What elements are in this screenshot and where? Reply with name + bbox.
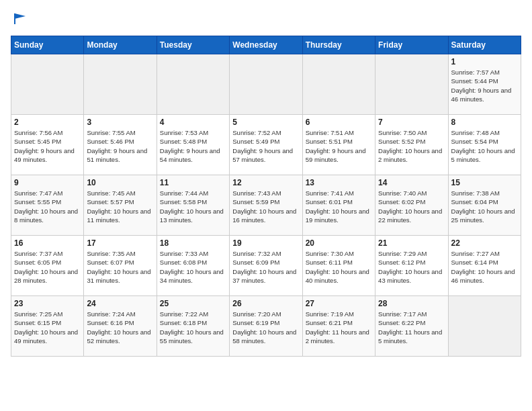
day-info: Sunrise: 7:57 AMSunset: 5:44 PMDaylight:… bbox=[451, 68, 518, 103]
calendar-week-row: 2Sunrise: 7:56 AMSunset: 5:45 PMDaylight… bbox=[11, 115, 521, 175]
day-info: Sunrise: 7:53 AMSunset: 5:48 PMDaylight:… bbox=[160, 128, 226, 164]
day-info: Sunrise: 7:32 AMSunset: 6:09 PMDaylight:… bbox=[232, 249, 299, 285]
day-info: Sunrise: 7:22 AMSunset: 6:18 PMDaylight:… bbox=[160, 310, 226, 345]
day-info: Sunrise: 7:50 AMSunset: 5:52 PMDaylight:… bbox=[378, 128, 445, 164]
calendar-cell: 3Sunrise: 7:55 AMSunset: 5:46 PMDaylight… bbox=[84, 115, 157, 175]
day-number: 5 bbox=[232, 118, 299, 127]
day-number: 24 bbox=[87, 299, 153, 308]
calendar-cell: 23Sunrise: 7:25 AMSunset: 6:15 PMDayligh… bbox=[11, 296, 84, 357]
day-number: 28 bbox=[378, 299, 445, 308]
day-number: 23 bbox=[14, 299, 81, 308]
calendar-cell: 17Sunrise: 7:35 AMSunset: 6:07 PMDayligh… bbox=[84, 236, 157, 296]
calendar-table: SundayMondayTuesdayWednesdayThursdayFrid… bbox=[11, 36, 521, 357]
day-info: Sunrise: 7:35 AMSunset: 6:07 PMDaylight:… bbox=[87, 249, 153, 285]
day-info: Sunrise: 7:41 AMSunset: 6:01 PMDaylight:… bbox=[306, 189, 372, 224]
calendar-cell bbox=[11, 54, 84, 115]
header-monday: Monday bbox=[84, 36, 157, 54]
calendar-week-row: 9Sunrise: 7:47 AMSunset: 5:55 PMDaylight… bbox=[11, 175, 521, 236]
day-number: 9 bbox=[14, 178, 81, 187]
calendar-cell: 10Sunrise: 7:45 AMSunset: 5:57 PMDayligh… bbox=[84, 175, 157, 236]
day-info: Sunrise: 7:55 AMSunset: 5:46 PMDaylight:… bbox=[87, 128, 153, 164]
calendar-cell: 4Sunrise: 7:53 AMSunset: 5:48 PMDaylight… bbox=[157, 115, 229, 175]
calendar-cell: 26Sunrise: 7:20 AMSunset: 6:19 PMDayligh… bbox=[230, 296, 302, 357]
calendar-cell: 12Sunrise: 7:43 AMSunset: 5:59 PMDayligh… bbox=[230, 175, 302, 236]
day-number: 21 bbox=[378, 238, 445, 248]
calendar-cell: 19Sunrise: 7:32 AMSunset: 6:09 PMDayligh… bbox=[230, 236, 302, 296]
page-header bbox=[11, 11, 521, 30]
svg-marker-0 bbox=[15, 13, 26, 19]
calendar-header-row: SundayMondayTuesdayWednesdayThursdayFrid… bbox=[11, 36, 521, 54]
day-info: Sunrise: 7:51 AMSunset: 5:51 PMDaylight:… bbox=[306, 128, 372, 164]
calendar-cell: 13Sunrise: 7:41 AMSunset: 6:01 PMDayligh… bbox=[302, 175, 375, 236]
day-number: 22 bbox=[451, 238, 518, 248]
day-number: 11 bbox=[160, 178, 226, 187]
day-info: Sunrise: 7:24 AMSunset: 6:16 PMDaylight:… bbox=[87, 310, 153, 345]
day-number: 15 bbox=[451, 178, 518, 187]
day-info: Sunrise: 7:25 AMSunset: 6:15 PMDaylight:… bbox=[14, 310, 81, 345]
calendar-cell: 8Sunrise: 7:48 AMSunset: 5:54 PMDaylight… bbox=[448, 115, 521, 175]
day-number: 17 bbox=[87, 238, 153, 248]
header-friday: Friday bbox=[375, 36, 448, 54]
day-info: Sunrise: 7:37 AMSunset: 6:05 PMDaylight:… bbox=[14, 249, 81, 285]
calendar-cell: 24Sunrise: 7:24 AMSunset: 6:16 PMDayligh… bbox=[84, 296, 157, 357]
logo-flag-icon bbox=[12, 11, 28, 27]
calendar-cell: 28Sunrise: 7:17 AMSunset: 6:22 PMDayligh… bbox=[375, 296, 448, 357]
calendar-cell bbox=[375, 54, 448, 115]
calendar-week-row: 23Sunrise: 7:25 AMSunset: 6:15 PMDayligh… bbox=[11, 296, 521, 357]
day-info: Sunrise: 7:44 AMSunset: 5:58 PMDaylight:… bbox=[160, 189, 226, 224]
calendar-cell: 16Sunrise: 7:37 AMSunset: 6:05 PMDayligh… bbox=[11, 236, 84, 296]
day-info: Sunrise: 7:30 AMSunset: 6:11 PMDaylight:… bbox=[306, 249, 372, 285]
day-number: 19 bbox=[232, 238, 299, 248]
calendar-cell: 27Sunrise: 7:19 AMSunset: 6:21 PMDayligh… bbox=[302, 296, 375, 357]
calendar-week-row: 16Sunrise: 7:37 AMSunset: 6:05 PMDayligh… bbox=[11, 236, 521, 296]
day-info: Sunrise: 7:38 AMSunset: 6:04 PMDaylight:… bbox=[451, 189, 518, 224]
day-number: 26 bbox=[232, 299, 299, 308]
day-number: 8 bbox=[451, 118, 518, 127]
day-info: Sunrise: 7:20 AMSunset: 6:19 PMDaylight:… bbox=[232, 310, 299, 345]
day-number: 6 bbox=[306, 118, 372, 127]
day-number: 3 bbox=[87, 118, 153, 127]
day-number: 4 bbox=[160, 118, 226, 127]
logo bbox=[11, 11, 28, 30]
day-info: Sunrise: 7:52 AMSunset: 5:49 PMDaylight:… bbox=[232, 128, 299, 164]
day-info: Sunrise: 7:27 AMSunset: 6:14 PMDaylight:… bbox=[451, 249, 518, 285]
calendar-cell: 15Sunrise: 7:38 AMSunset: 6:04 PMDayligh… bbox=[448, 175, 521, 236]
day-info: Sunrise: 7:33 AMSunset: 6:08 PMDaylight:… bbox=[160, 249, 226, 285]
calendar-cell: 14Sunrise: 7:40 AMSunset: 6:02 PMDayligh… bbox=[375, 175, 448, 236]
day-number: 10 bbox=[87, 178, 153, 187]
day-info: Sunrise: 7:43 AMSunset: 5:59 PMDaylight:… bbox=[232, 189, 299, 224]
day-info: Sunrise: 7:48 AMSunset: 5:54 PMDaylight:… bbox=[451, 128, 518, 164]
day-info: Sunrise: 7:40 AMSunset: 6:02 PMDaylight:… bbox=[378, 189, 445, 224]
calendar-cell: 2Sunrise: 7:56 AMSunset: 5:45 PMDaylight… bbox=[11, 115, 84, 175]
calendar-cell bbox=[302, 54, 375, 115]
day-number: 20 bbox=[306, 238, 372, 248]
calendar-cell: 9Sunrise: 7:47 AMSunset: 5:55 PMDaylight… bbox=[11, 175, 84, 236]
day-info: Sunrise: 7:45 AMSunset: 5:57 PMDaylight:… bbox=[87, 189, 153, 224]
header-thursday: Thursday bbox=[302, 36, 375, 54]
calendar-cell: 20Sunrise: 7:30 AMSunset: 6:11 PMDayligh… bbox=[302, 236, 375, 296]
day-number: 18 bbox=[160, 238, 226, 248]
day-info: Sunrise: 7:47 AMSunset: 5:55 PMDaylight:… bbox=[14, 189, 81, 224]
header-sunday: Sunday bbox=[11, 36, 84, 54]
day-number: 1 bbox=[451, 57, 518, 66]
calendar-cell bbox=[84, 54, 157, 115]
header-wednesday: Wednesday bbox=[230, 36, 302, 54]
day-number: 12 bbox=[232, 178, 299, 187]
day-number: 25 bbox=[160, 299, 226, 308]
header-saturday: Saturday bbox=[448, 36, 521, 54]
calendar-cell bbox=[157, 54, 229, 115]
day-number: 2 bbox=[14, 118, 81, 127]
day-number: 13 bbox=[306, 178, 372, 187]
calendar-cell bbox=[230, 54, 302, 115]
calendar-cell: 11Sunrise: 7:44 AMSunset: 5:58 PMDayligh… bbox=[157, 175, 229, 236]
logo-text bbox=[11, 11, 28, 30]
day-number: 27 bbox=[306, 299, 372, 308]
calendar-cell: 7Sunrise: 7:50 AMSunset: 5:52 PMDaylight… bbox=[375, 115, 448, 175]
day-info: Sunrise: 7:17 AMSunset: 6:22 PMDaylight:… bbox=[378, 310, 445, 345]
calendar-cell: 6Sunrise: 7:51 AMSunset: 5:51 PMDaylight… bbox=[302, 115, 375, 175]
day-info: Sunrise: 7:19 AMSunset: 6:21 PMDaylight:… bbox=[306, 310, 372, 345]
calendar-cell: 1Sunrise: 7:57 AMSunset: 5:44 PMDaylight… bbox=[448, 54, 521, 115]
calendar-week-row: 1Sunrise: 7:57 AMSunset: 5:44 PMDaylight… bbox=[11, 54, 521, 115]
day-number: 16 bbox=[14, 238, 81, 248]
calendar-cell: 21Sunrise: 7:29 AMSunset: 6:12 PMDayligh… bbox=[375, 236, 448, 296]
